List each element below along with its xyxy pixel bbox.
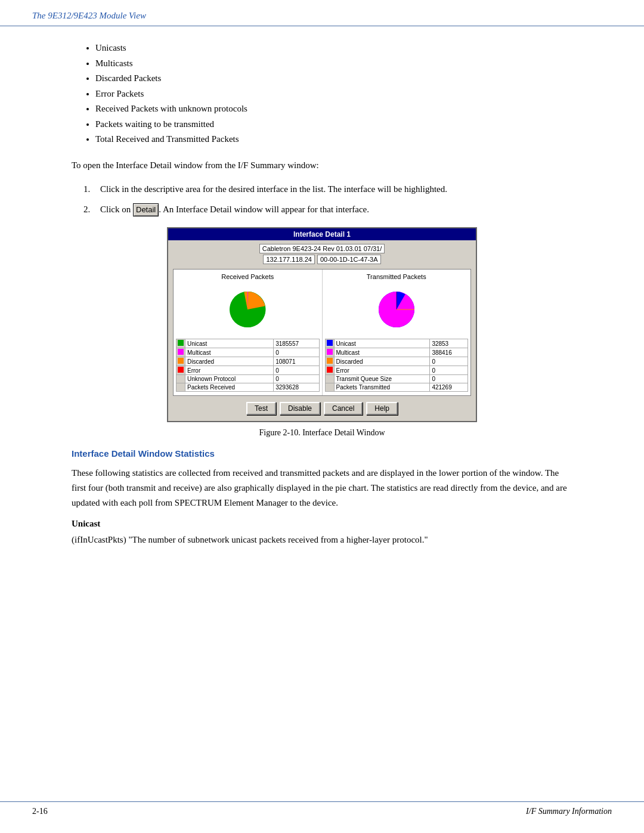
figure-caption: Figure 2-10. Interface Detail Window <box>72 428 572 438</box>
list-item: Received Packets with unknown protocols <box>95 101 572 117</box>
page-container: The 9E312/9E423 Module View Unicasts Mul… <box>0 0 644 833</box>
stat-value: 0 <box>274 348 319 357</box>
stat-label: Error <box>334 366 430 375</box>
stat-value: 108071 <box>274 357 319 366</box>
color-cell <box>177 375 185 383</box>
color-cell <box>177 348 185 357</box>
list-item: Multicasts <box>95 56 572 72</box>
table-row: Unknown Protocol 0 <box>177 375 320 383</box>
detail-button-inline[interactable]: Detail <box>133 203 159 217</box>
stat-value: 0 <box>430 357 468 366</box>
body-text: These following statistics are collected… <box>72 466 572 510</box>
numbered-list: 1. Click in the descriptive area for the… <box>83 182 572 217</box>
page-footer: 2-16 I/F Summary Information <box>0 801 644 821</box>
received-panel: Received Packets <box>174 270 323 395</box>
color-indicator <box>327 340 333 346</box>
footer-page-number: 2-16 <box>32 807 48 816</box>
transmitted-pie-chart <box>373 286 420 333</box>
transmitted-panel: Transmitted Packets <box>323 270 471 395</box>
bullet-list: Unicasts Multicasts Discarded Packets Er… <box>95 41 572 147</box>
stat-label: Discarded <box>334 357 430 366</box>
color-indicator <box>178 340 184 346</box>
step-text: Click on Detail. An Interface Detail win… <box>100 202 572 217</box>
color-indicator <box>178 367 184 373</box>
window-body: Cabletron 9E423-24 Rev 01.03.01 07/31/ 1… <box>168 240 476 421</box>
list-item: Error Packets <box>95 86 572 102</box>
window-buttons: Test Disable Cancel Help <box>173 398 471 417</box>
color-indicator <box>178 358 184 364</box>
device-info-row-2: 132.177.118.24 00-00-1D-1C-47-3A <box>173 255 471 264</box>
color-cell <box>325 375 334 383</box>
stat-value: 0 <box>274 375 319 383</box>
interface-detail-window: Interface Detail 1 Cabletron 9E423-24 Re… <box>167 227 477 422</box>
list-item: Discarded Packets <box>95 71 572 86</box>
color-cell <box>177 366 185 375</box>
stat-label: Packets Transmitted <box>334 383 430 392</box>
color-cell <box>325 357 334 366</box>
stat-value: 3185557 <box>274 339 319 348</box>
unicast-heading: Unicast <box>72 519 572 529</box>
color-cell <box>177 357 185 366</box>
footer-section-title: I/F Summary Information <box>526 807 612 816</box>
transmitted-stats-table: Unicast 32853 Multicast 388416 <box>325 339 469 392</box>
device-info: Cabletron 9E423-24 Rev 01.03.01 07/31/ 1… <box>173 244 471 264</box>
test-button[interactable]: Test <box>246 402 276 415</box>
table-row: Unicast 3185557 <box>177 339 320 348</box>
stat-label: Unicast <box>185 339 274 348</box>
disable-button[interactable]: Disable <box>280 402 320 415</box>
mac-address-field: 00-00-1D-1C-47-3A <box>317 255 381 264</box>
window-titlebar: Interface Detail 1 <box>168 228 476 240</box>
color-cell <box>325 339 334 348</box>
table-row: Unicast 32853 <box>325 339 468 348</box>
transmitted-pie-area <box>325 283 469 336</box>
received-pie-area <box>176 283 320 336</box>
color-cell <box>177 383 185 392</box>
stat-value: 32853 <box>430 339 468 348</box>
table-row: Transmit Queue Size 0 <box>325 375 468 383</box>
stat-value: 0 <box>430 366 468 375</box>
color-indicator <box>327 349 333 355</box>
screenshot-container: Interface Detail 1 Cabletron 9E423-24 Re… <box>72 227 572 422</box>
main-content: Unicasts Multicasts Discarded Packets Er… <box>0 26 644 569</box>
device-info-row-1: Cabletron 9E423-24 Rev 01.03.01 07/31/ <box>173 244 471 253</box>
stat-label: Transmit Queue Size <box>334 375 430 383</box>
stat-label: Multicast <box>334 348 430 357</box>
stat-value: 0 <box>430 375 468 383</box>
color-cell <box>177 339 185 348</box>
table-row: Multicast 388416 <box>325 348 468 357</box>
cancel-button[interactable]: Cancel <box>324 402 363 415</box>
list-item: Total Received and Transmitted Packets <box>95 132 572 147</box>
list-item: Unicasts <box>95 41 572 56</box>
ip-address-field: 132.177.118.24 <box>263 255 314 264</box>
header-title: The 9E312/9E423 Module View <box>32 11 146 20</box>
table-row: Error 0 <box>325 366 468 375</box>
color-cell <box>325 366 334 375</box>
table-row: Discarded 108071 <box>177 357 320 366</box>
list-item: Packets waiting to be transmitted <box>95 117 572 132</box>
charts-section: Received Packets <box>173 269 471 396</box>
stat-label: Multicast <box>185 348 274 357</box>
page-header: The 9E312/9E423 Module View <box>0 0 644 26</box>
step-number: 1. <box>83 182 100 196</box>
stat-label: Unicast <box>334 339 430 348</box>
color-indicator <box>327 358 333 364</box>
section-heading: Interface Detail Window Statistics <box>72 448 572 459</box>
transmitted-title: Transmitted Packets <box>325 273 469 280</box>
help-button[interactable]: Help <box>366 402 398 415</box>
stat-value: 388416 <box>430 348 468 357</box>
table-row: Error 0 <box>177 366 320 375</box>
step-number: 2. <box>83 202 100 217</box>
color-cell <box>325 348 334 357</box>
color-indicator <box>178 349 184 355</box>
table-row: Discarded 0 <box>325 357 468 366</box>
stat-label: Discarded <box>185 357 274 366</box>
step-text: Click in the descriptive area for the de… <box>100 182 572 196</box>
table-row: Packets Received 3293628 <box>177 383 320 392</box>
step-1: 1. Click in the descriptive area for the… <box>83 182 572 196</box>
received-pie-chart <box>224 286 271 333</box>
table-row: Packets Transmitted 421269 <box>325 383 468 392</box>
step-2: 2. Click on Detail. An Interface Detail … <box>83 202 572 217</box>
unicast-text: (ifInUcastPkts) "The number of subnetwor… <box>72 532 572 547</box>
stat-label: Packets Received <box>185 383 274 392</box>
stat-label: Error <box>185 366 274 375</box>
